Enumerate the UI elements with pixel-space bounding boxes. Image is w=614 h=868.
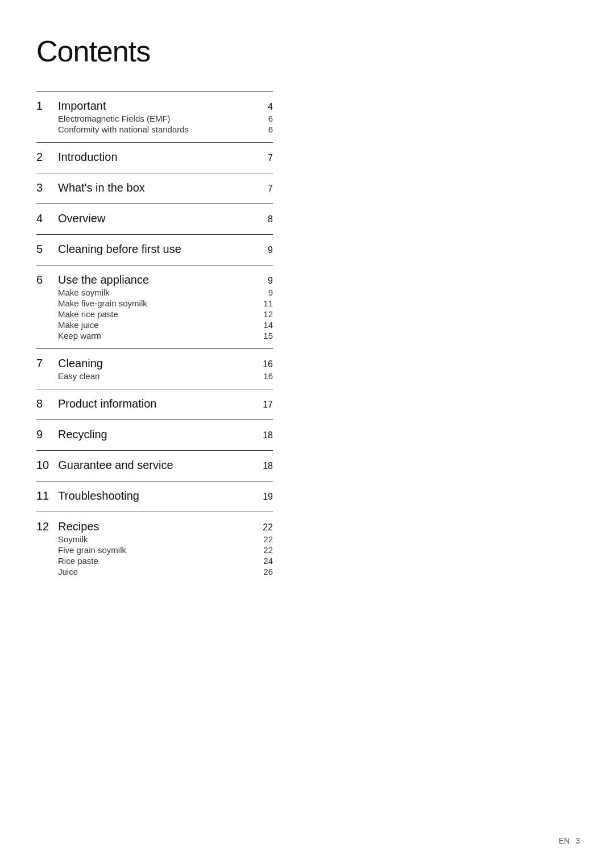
toc-number-6: 6 bbox=[36, 273, 49, 286]
toc-page-10: 18 bbox=[262, 461, 273, 471]
toc-sub-row-7-0: Easy clean16 bbox=[36, 371, 273, 381]
toc-page-8: 17 bbox=[262, 400, 273, 410]
toc-section-10: 10Guarantee and service18 bbox=[36, 450, 273, 481]
toc-section-5: 5Cleaning before first use9 bbox=[36, 234, 273, 265]
toc-number-9: 9 bbox=[36, 428, 49, 441]
toc-sub-row-1-1: Conformity with national standards6 bbox=[36, 124, 273, 134]
toc-page-7: 16 bbox=[262, 359, 273, 369]
toc-page-4: 8 bbox=[262, 214, 273, 225]
toc-sub-title-12-2: Rice paste bbox=[58, 556, 98, 566]
toc-sub-row-12-2: Rice paste24 bbox=[36, 556, 273, 566]
toc-sub-title-6-1: Make five-grain soymilk bbox=[58, 298, 147, 308]
toc-title-1: Important bbox=[58, 99, 106, 113]
toc-page-1: 4 bbox=[262, 102, 273, 112]
toc-sub-title-12-1: Five grain soymilk bbox=[58, 545, 126, 555]
toc-main-row-10: 10Guarantee and service18 bbox=[36, 459, 273, 472]
footer-page-number: 3 bbox=[575, 836, 580, 845]
toc-main-row-6: 6Use the appliance9 bbox=[36, 273, 273, 286]
toc-title-12: Recipes bbox=[58, 520, 99, 533]
toc-sub-page-6-2: 12 bbox=[263, 309, 273, 319]
toc-number-8: 8 bbox=[36, 397, 49, 410]
toc-sub-page-1-0: 6 bbox=[268, 114, 273, 123]
toc-sub-row-6-0: Make soymilk9 bbox=[36, 288, 273, 297]
toc-sub-title-6-3: Make juice bbox=[58, 320, 99, 330]
toc-page-12: 22 bbox=[262, 522, 273, 533]
toc-sub-row-12-1: Five grain soymilk22 bbox=[36, 545, 273, 555]
toc-number-3: 3 bbox=[36, 181, 49, 194]
toc-sub-title-6-4: Keep warm bbox=[58, 331, 101, 340]
toc-main-row-9: 9Recycling18 bbox=[36, 428, 273, 441]
toc-main-row-12: 12Recipes22 bbox=[36, 520, 273, 533]
toc-section-3: 3What's in the box7 bbox=[36, 173, 273, 203]
page-container: Contents 1Important4Electromagnetic Fiel… bbox=[0, 0, 318, 630]
toc-sub-page-12-0: 22 bbox=[263, 534, 273, 544]
toc-page-3: 7 bbox=[262, 184, 273, 194]
toc-section-7: 7Cleaning16Easy clean16 bbox=[36, 348, 273, 389]
toc-title-2: Introduction bbox=[58, 151, 118, 164]
toc-number-4: 4 bbox=[36, 212, 49, 225]
toc-sub-page-6-3: 14 bbox=[263, 320, 273, 330]
toc-sub-page-12-3: 26 bbox=[263, 567, 273, 576]
toc-page-5: 9 bbox=[262, 245, 273, 255]
toc-title-11: Troubleshooting bbox=[58, 489, 139, 502]
toc-title-7: Cleaning bbox=[58, 357, 103, 370]
toc-sub-title-6-0: Make soymilk bbox=[58, 288, 110, 297]
toc-sub-page-1-1: 6 bbox=[268, 124, 273, 134]
toc-sub-title-7-0: Easy clean bbox=[58, 371, 99, 381]
toc-sub-page-7-0: 16 bbox=[263, 371, 273, 381]
toc-sub-row-12-0: Soymilk22 bbox=[36, 534, 273, 544]
toc-section-11: 11Troubleshooting19 bbox=[36, 481, 273, 512]
toc-sub-row-12-3: Juice26 bbox=[36, 567, 273, 576]
page-footer: EN 3 bbox=[559, 836, 580, 845]
toc-title-5: Cleaning before first use bbox=[58, 243, 181, 256]
toc-sub-row-6-3: Make juice14 bbox=[36, 320, 273, 330]
toc-main-row-5: 5Cleaning before first use9 bbox=[36, 243, 273, 256]
toc-sub-title-12-3: Juice bbox=[58, 567, 78, 576]
toc-title-9: Recycling bbox=[58, 428, 107, 441]
toc-section-8: 8Product information17 bbox=[36, 389, 273, 420]
toc-sub-page-6-1: 11 bbox=[263, 298, 273, 308]
toc-page-2: 7 bbox=[262, 153, 273, 163]
toc-sub-page-6-0: 9 bbox=[268, 288, 273, 297]
toc-title-10: Guarantee and service bbox=[58, 459, 173, 472]
toc-main-row-8: 8Product information17 bbox=[36, 397, 273, 410]
toc-sub-page-6-4: 15 bbox=[263, 331, 273, 340]
toc-section-1: 1Important4Electromagnetic Fields (EMF)6… bbox=[36, 91, 273, 142]
toc-title-3: What's in the box bbox=[58, 181, 145, 194]
toc-title-8: Product information bbox=[58, 397, 156, 410]
toc-page-11: 19 bbox=[262, 492, 273, 502]
toc-section-2: 2Introduction7 bbox=[36, 142, 273, 173]
toc-number-11: 11 bbox=[36, 489, 49, 502]
toc-sub-title-1-1: Conformity with national standards bbox=[58, 124, 189, 134]
toc-main-row-2: 2Introduction7 bbox=[36, 151, 273, 164]
toc-section-6: 6Use the appliance9Make soymilk9Make fiv… bbox=[36, 265, 273, 348]
toc-sub-row-6-1: Make five-grain soymilk11 bbox=[36, 298, 273, 308]
toc-number-2: 2 bbox=[36, 151, 49, 164]
toc-page-6: 9 bbox=[262, 276, 273, 286]
toc-sub-row-1-0: Electromagnetic Fields (EMF)6 bbox=[36, 114, 273, 123]
toc-section-9: 9Recycling18 bbox=[36, 420, 273, 450]
toc-sub-row-6-2: Make rice paste12 bbox=[36, 309, 273, 319]
toc-title-6: Use the appliance bbox=[58, 273, 149, 286]
toc-main-row-11: 11Troubleshooting19 bbox=[36, 489, 273, 502]
toc-section-4: 4Overview8 bbox=[36, 203, 273, 234]
toc-main-row-3: 3What's in the box7 bbox=[36, 181, 273, 194]
toc-number-1: 1 bbox=[36, 99, 49, 113]
toc-number-10: 10 bbox=[36, 459, 49, 472]
toc-sub-title-6-2: Make rice paste bbox=[58, 309, 118, 319]
toc-sub-page-12-2: 24 bbox=[263, 556, 273, 566]
toc-number-5: 5 bbox=[36, 243, 49, 256]
toc-main-row-7: 7Cleaning16 bbox=[36, 357, 273, 370]
toc-main-row-4: 4Overview8 bbox=[36, 212, 273, 225]
toc-number-7: 7 bbox=[36, 357, 49, 370]
toc-title-4: Overview bbox=[58, 212, 105, 225]
footer-language: EN bbox=[559, 836, 570, 845]
toc-page-9: 18 bbox=[262, 430, 273, 441]
toc-sub-title-12-0: Soymilk bbox=[58, 534, 88, 544]
toc-main-row-1: 1Important4 bbox=[36, 99, 273, 113]
toc-sub-title-1-0: Electromagnetic Fields (EMF) bbox=[58, 114, 171, 123]
page-title: Contents bbox=[36, 34, 273, 68]
toc-section-12: 12Recipes22Soymilk22Five grain soymilk22… bbox=[36, 512, 273, 584]
table-of-contents: 1Important4Electromagnetic Fields (EMF)6… bbox=[36, 91, 273, 584]
toc-sub-page-12-1: 22 bbox=[263, 545, 273, 555]
